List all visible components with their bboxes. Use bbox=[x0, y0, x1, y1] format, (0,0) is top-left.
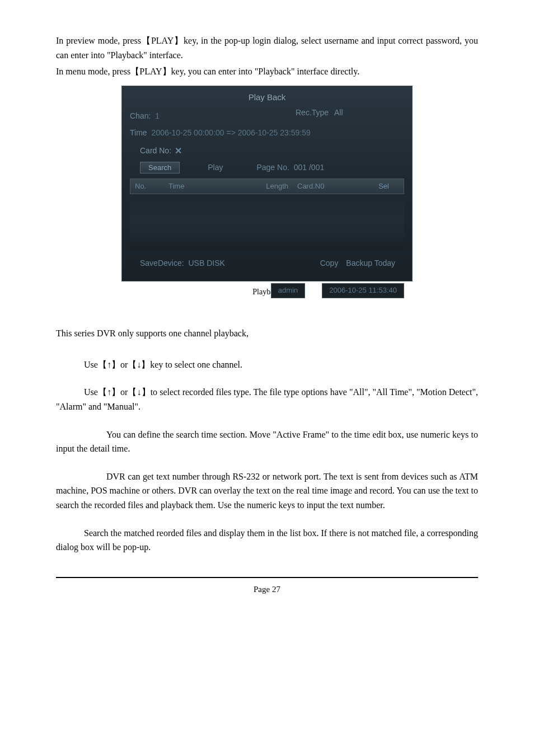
pageno-label: Page No. bbox=[256, 163, 289, 172]
table-header: No. Time Length Card.N0 Sel bbox=[130, 179, 404, 195]
note-text: This series DVR only supports one channe… bbox=[56, 326, 478, 341]
rectype-description: Use【↑】or【↓】to select recorded files type… bbox=[56, 385, 478, 414]
status-user: admin bbox=[271, 283, 305, 298]
page-number: Page 27 bbox=[254, 585, 280, 594]
th-length: Length bbox=[231, 181, 293, 192]
search-description: Search the matched reorded files and dis… bbox=[56, 526, 478, 555]
backup-today-button[interactable]: Backup Today bbox=[346, 259, 395, 267]
chan-value[interactable]: 1 bbox=[155, 110, 160, 122]
page-footer: Page 27 bbox=[56, 577, 478, 596]
copy-button[interactable]: Copy bbox=[320, 259, 339, 267]
cardno-clear-icon[interactable]: ✕ bbox=[175, 144, 182, 158]
chan-description: Use【↑】or【↓】key to select one channel. bbox=[56, 358, 478, 372]
rectype-value[interactable]: All bbox=[334, 108, 343, 117]
timesection-description: You can define the search time section. … bbox=[56, 428, 478, 456]
cardno-label: Card No: bbox=[140, 144, 171, 157]
th-no: No. bbox=[130, 181, 164, 192]
chan-label: Chan: bbox=[130, 110, 151, 122]
cardnumber-description: DVR can get text number through RS-232 o… bbox=[56, 469, 478, 513]
savedevice-value[interactable]: USB DISK bbox=[188, 259, 224, 267]
intro-paragraph-1: In preview mode, press【PLAY】key, in the … bbox=[56, 34, 478, 62]
status-time: 2006-10-25 11:53:40 bbox=[322, 283, 404, 298]
playback-screenshot: Play Back Chan: 1 Rec.Type All Time 2006… bbox=[56, 86, 478, 281]
th-sel: Sel bbox=[360, 181, 394, 192]
th-time: Time bbox=[164, 181, 231, 192]
panel-title: Play Back bbox=[130, 91, 404, 104]
playback-panel: Play Back Chan: 1 Rec.Type All Time 2006… bbox=[121, 86, 413, 281]
pageno-value: 001 /001 bbox=[294, 163, 325, 172]
rectype-label: Rec.Type bbox=[296, 108, 329, 117]
intro-paragraph-2: In menu mode, press【PLAY】key, you can en… bbox=[56, 64, 478, 79]
search-button[interactable]: Search bbox=[140, 162, 180, 173]
savedevice-label: SaveDevice: bbox=[140, 259, 184, 267]
time-value[interactable]: 2006-10-25 00:00:00 => 2006-10-25 23:59:… bbox=[152, 126, 311, 139]
table-body bbox=[130, 194, 404, 250]
play-button[interactable]: Play bbox=[208, 161, 223, 173]
th-cardno: Card.N0 bbox=[293, 181, 360, 192]
time-label: Time bbox=[130, 126, 147, 139]
